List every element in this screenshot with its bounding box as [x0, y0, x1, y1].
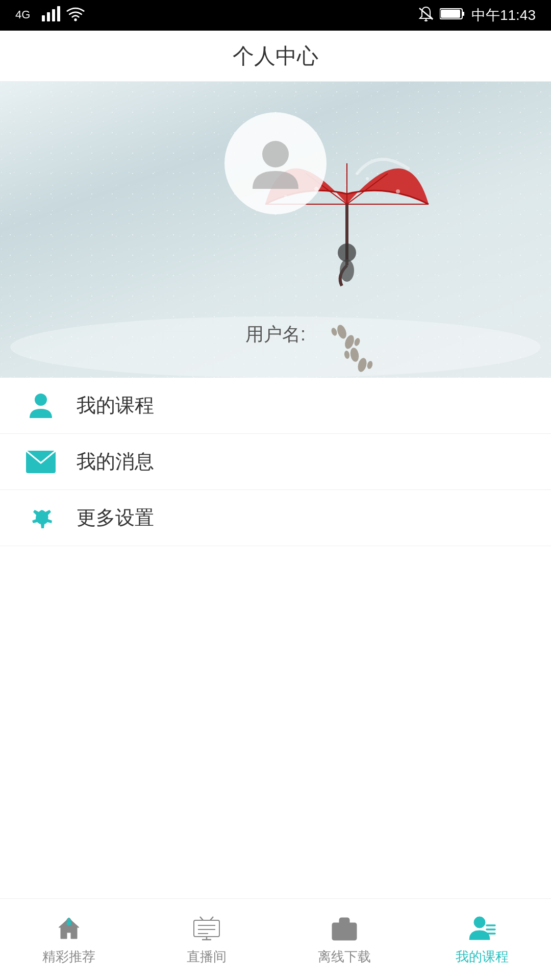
avatar-container[interactable] [224, 112, 327, 214]
status-right: 中午11:43 [418, 6, 536, 25]
home-icon [54, 913, 84, 944]
nav-label-live: 直播间 [187, 948, 227, 966]
nav-label-my-course: 我的课程 [456, 948, 509, 966]
nav-item-my-course[interactable]: 我的课程 [413, 899, 551, 980]
menu-list: 我的课程 我的消息 更多设置 [0, 378, 551, 546]
my-courses-label: 我的课程 [77, 393, 154, 419]
page-title: 个人中心 [233, 42, 318, 70]
svg-point-46 [474, 917, 485, 928]
svg-rect-36 [194, 920, 219, 937]
status-left: 4G [15, 6, 85, 25]
nav-item-offline[interactable]: 离线下载 [276, 899, 413, 980]
svg-point-32 [262, 141, 289, 167]
nav-label-featured: 精彩推荐 [42, 948, 95, 966]
svg-point-18 [366, 177, 369, 180]
svg-point-22 [338, 243, 356, 262]
mail-icon [26, 447, 56, 477]
svg-rect-2 [47, 12, 50, 21]
gear-icon [26, 503, 56, 533]
svg-line-37 [200, 917, 203, 920]
tv-icon [191, 913, 222, 944]
nav-label-offline: 离线下载 [318, 948, 371, 966]
avatar[interactable] [224, 112, 327, 214]
svg-point-35 [66, 921, 71, 926]
svg-point-33 [35, 394, 47, 406]
more-settings-label: 更多设置 [77, 505, 154, 531]
svg-rect-10 [441, 10, 460, 18]
svg-text:4G: 4G [15, 8, 30, 21]
menu-item-more-settings[interactable]: 更多设置 [0, 490, 551, 546]
cellular-icon [42, 6, 60, 25]
avatar-person-icon [245, 133, 306, 194]
status-bar: 4G [0, 0, 551, 31]
username-label: 用户名: [245, 322, 306, 347]
svg-rect-1 [42, 15, 45, 21]
person-course-icon [467, 913, 497, 944]
svg-line-38 [210, 917, 213, 920]
wifi-icon [66, 6, 85, 25]
svg-line-7 [419, 8, 433, 19]
svg-rect-4 [57, 6, 60, 21]
download-icon [329, 913, 360, 944]
bottom-nav: 精彩推荐 直播间 [0, 898, 551, 980]
notification-icon [418, 6, 434, 25]
svg-point-5 [74, 18, 77, 21]
top-bar: 个人中心 [0, 31, 551, 82]
menu-item-my-messages[interactable]: 我的消息 [0, 434, 551, 490]
svg-rect-3 [52, 9, 55, 21]
my-messages-label: 我的消息 [77, 449, 154, 475]
hero-banner: 用户名: [0, 82, 551, 378]
time-display: 中午11:43 [471, 6, 536, 25]
nav-item-live[interactable]: 直播间 [138, 899, 276, 980]
svg-point-19 [396, 189, 400, 193]
battery-icon [440, 7, 465, 24]
content-area [0, 546, 551, 898]
person-icon [26, 390, 56, 421]
svg-rect-9 [462, 12, 464, 16]
svg-point-23 [340, 259, 354, 282]
menu-item-my-courses[interactable]: 我的课程 [0, 378, 551, 434]
signal-icon: 4G [15, 6, 36, 25]
nav-item-featured[interactable]: 精彩推荐 [0, 899, 138, 980]
